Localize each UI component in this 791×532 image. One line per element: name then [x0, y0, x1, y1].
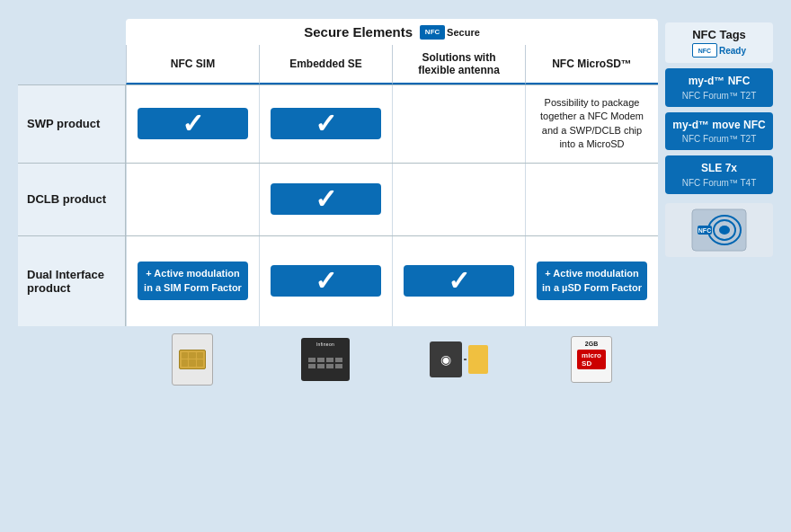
- row-cells-dclb: ✓: [126, 164, 658, 235]
- col-header-1: NFC SIM: [126, 45, 259, 84]
- img-cell-microsd: 2GB microSD: [525, 330, 658, 389]
- product-title-2: my-d™ move NFC: [671, 119, 768, 133]
- sim-chip: [179, 350, 206, 369]
- check-dclb-2: ✓: [271, 183, 381, 215]
- cell-dual-4: + Active modulation in a µSD Form Factor: [525, 236, 658, 326]
- image-row: Infineon: [18, 330, 658, 389]
- row-cells-swp: ✓ ✓ Possibility to package together a NF…: [126, 85, 658, 163]
- svg-point-3: [719, 226, 730, 235]
- nfc-tags-title: NFC Tags: [672, 28, 766, 41]
- watchdata-device: ◉: [430, 341, 488, 377]
- ready-text: Ready: [719, 46, 746, 56]
- nfc-ready-badge: NFC Ready: [692, 43, 746, 58]
- table-row-dual: Dual Interface product + Active modulati…: [18, 235, 658, 326]
- col-headers: NFC SIM Embedded SE Solutions withflexib…: [126, 45, 658, 84]
- img-cell-ic: Infineon: [259, 330, 392, 389]
- row-label-dual: Dual Interface product: [18, 236, 126, 326]
- cell-swp-1: ✓: [126, 85, 259, 163]
- nfc-tags-header: NFC Tags NFC Ready: [665, 22, 773, 63]
- nfc-tag-visual: NFC: [690, 208, 748, 253]
- wd-reader: ◉: [430, 341, 462, 377]
- product-title-3: SLE 7x: [671, 162, 768, 176]
- col-header-3: Solutions withflexible antenna: [392, 45, 525, 84]
- img-cells: Infineon: [126, 330, 658, 389]
- check-dual-3: ✓: [404, 265, 514, 297]
- microsd-brand: microSD: [577, 350, 606, 369]
- cell-dual-2: ✓: [259, 236, 392, 326]
- checkmark: ✓: [315, 265, 337, 297]
- infineon-label: Infineon: [316, 341, 334, 347]
- check-swp-2: ✓: [271, 108, 381, 139]
- cell-swp-4: Possibility to package together a NFC Mo…: [525, 85, 658, 163]
- table-row-dclb: DCLB product ✓: [18, 163, 658, 235]
- nfc-tag-image: NFC: [665, 203, 773, 257]
- col-header-4: NFC MicroSD™: [525, 45, 658, 84]
- product-card-3: SLE 7x NFC Forum™ T4T: [665, 155, 773, 194]
- cell-dclb-1: [126, 164, 259, 235]
- cell-dclb-2: ✓: [259, 164, 392, 235]
- img-cell-reader: ◉: [392, 330, 525, 389]
- main-section: Secure Elements NFC Secure NFC SIM Embed…: [18, 19, 658, 513]
- cell-swp-3: [392, 85, 525, 163]
- product-card-1: my-d™ NFC NFC Forum™ T2T: [665, 68, 773, 107]
- se-header: Secure Elements NFC Secure: [126, 19, 658, 45]
- checkmark: ✓: [448, 265, 470, 297]
- active-usd-cell: + Active modulation in a µSD Form Factor: [537, 262, 647, 300]
- active-sim-cell: + Active modulation in a SIM Form Factor: [138, 262, 248, 300]
- microsd-image: 2GB microSD: [571, 336, 612, 383]
- nfc-logo-ready: NFC: [692, 43, 717, 58]
- row-label-swp: SWP product: [18, 85, 126, 163]
- cell-swp-2: ✓: [259, 85, 392, 163]
- check-dual-2: ✓: [271, 265, 381, 297]
- cell-dclb-3: [392, 164, 525, 235]
- checkmark: ✓: [315, 183, 337, 215]
- check-swp-1: ✓: [138, 108, 248, 139]
- wd-card: [468, 345, 488, 374]
- se-title: Secure Elements: [304, 24, 413, 40]
- cell-dual-3: ✓: [392, 236, 525, 326]
- nfc-symbol: ◉: [440, 352, 451, 367]
- nfc-secure-badge: NFC Secure: [420, 25, 480, 40]
- checkmark: ✓: [182, 108, 204, 139]
- row-cells-dual: + Active modulation in a SIM Form Factor…: [126, 236, 658, 326]
- product-sub-1: NFC Forum™ T2T: [671, 91, 768, 101]
- ic-chip-image: Infineon: [301, 338, 350, 381]
- cell-dual-1: + Active modulation in a SIM Form Factor: [126, 236, 259, 326]
- checkmark: ✓: [315, 108, 337, 139]
- page-container: Secure Elements NFC Secure NFC SIM Embed…: [9, 10, 782, 522]
- product-sub-2: NFC Forum™ T2T: [671, 134, 768, 144]
- table-row-swp: SWP product ✓ ✓ Possibility to package t…: [18, 84, 658, 163]
- svg-text:NFC: NFC: [698, 227, 711, 234]
- row-label-dclb: DCLB product: [18, 164, 126, 235]
- ic-pads: [308, 358, 342, 368]
- nfc-logo: NFC: [420, 25, 445, 40]
- sim-card-image: [172, 333, 213, 386]
- img-cell-sim: [126, 330, 259, 389]
- cell-dclb-4: [525, 164, 658, 235]
- col-header-2: Embedded SE: [259, 45, 392, 84]
- microsd-text: Possibility to package together a NFC Mo…: [531, 93, 653, 155]
- right-panel: NFC Tags NFC Ready my-d™ NFC NFC Forum™ …: [665, 19, 773, 513]
- product-sub-3: NFC Forum™ T4T: [671, 178, 768, 188]
- product-title-1: my-d™ NFC: [671, 75, 768, 89]
- nfc-antenna-svg: NFC: [690, 208, 748, 253]
- img-spacer: [18, 330, 126, 389]
- secure-text: Secure: [447, 27, 480, 38]
- microsd-cap-label: 2GB: [585, 341, 598, 348]
- product-card-2: my-d™ move NFC NFC Forum™ T2T: [665, 112, 773, 151]
